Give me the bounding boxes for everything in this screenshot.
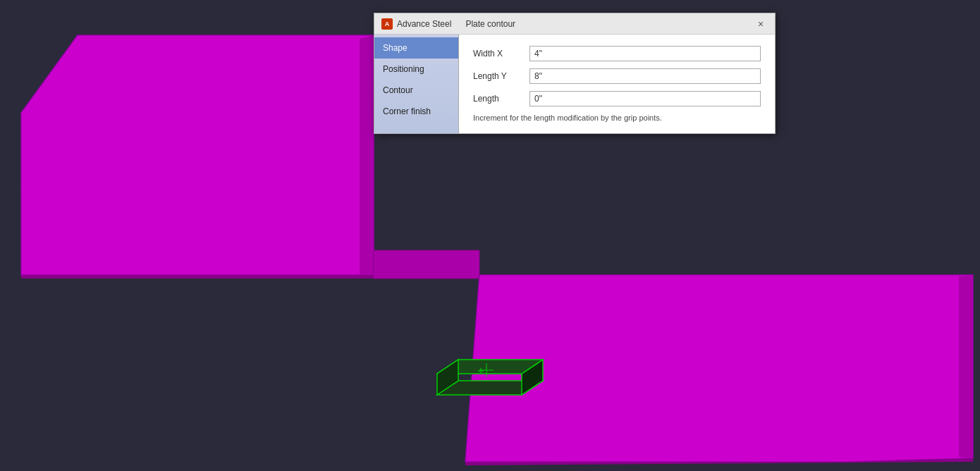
dialog-title-left: A Advance Steel Plate contour xyxy=(381,18,515,30)
length-y-label: Length Y xyxy=(473,71,529,81)
window-title-label: Plate contour xyxy=(465,19,515,29)
dialog-nav: Shape Positioning Contour Corner finish xyxy=(374,35,459,133)
dialog-body: Shape Positioning Contour Corner finish … xyxy=(374,35,775,133)
svg-marker-7 xyxy=(959,275,973,458)
length-input[interactable] xyxy=(529,91,761,106)
svg-marker-2 xyxy=(21,35,374,275)
nav-item-shape[interactable]: Shape xyxy=(374,37,458,59)
advance-steel-logo-icon: A xyxy=(381,18,393,30)
nav-item-positioning[interactable]: Positioning xyxy=(374,59,458,80)
svg-marker-4 xyxy=(21,275,374,279)
dialog-titlebar: A Advance Steel Plate contour × xyxy=(374,13,775,35)
width-x-row: Width X xyxy=(473,46,761,61)
width-x-label: Width X xyxy=(473,49,529,59)
svg-text:✛: ✛ xyxy=(478,365,484,376)
form-hint: Increment for the length modification by… xyxy=(473,114,761,122)
svg-marker-9 xyxy=(374,250,479,279)
length-y-row: Length Y xyxy=(473,68,761,84)
svg-marker-3 xyxy=(360,35,374,279)
dialog-window: A Advance Steel Plate contour × Shape Po… xyxy=(374,13,776,134)
length-y-input[interactable] xyxy=(529,68,761,84)
length-row: Length xyxy=(473,91,761,106)
app-name-label: Advance Steel xyxy=(397,19,451,29)
close-button[interactable]: × xyxy=(754,17,768,31)
nav-item-corner-finish[interactable]: Corner finish xyxy=(374,101,458,122)
dialog-content: Width X Length Y Length Increment for th… xyxy=(459,35,775,133)
length-label: Length xyxy=(473,94,529,104)
nav-item-contour[interactable]: Contour xyxy=(374,80,458,101)
width-x-input[interactable] xyxy=(529,46,761,61)
